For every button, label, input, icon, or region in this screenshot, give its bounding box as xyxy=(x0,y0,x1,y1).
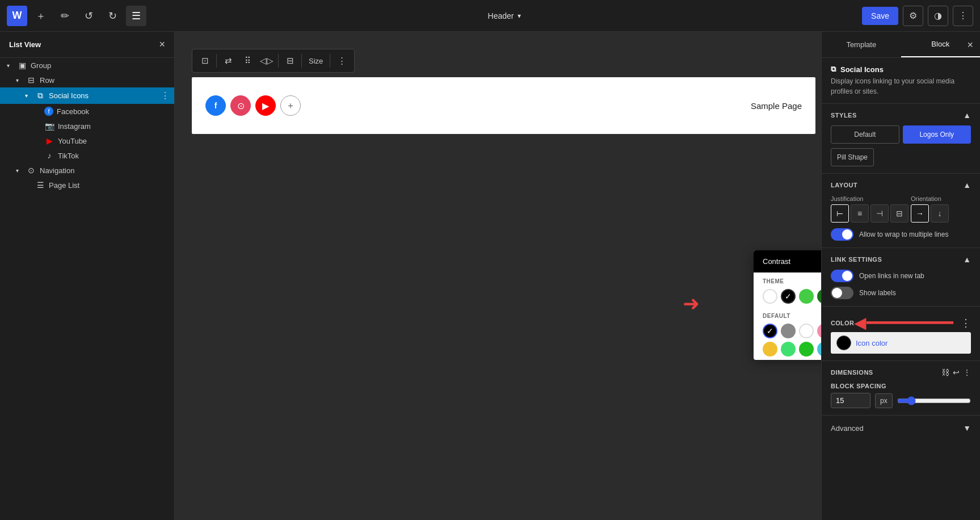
header-title-area[interactable]: Header ▾ xyxy=(488,11,521,20)
sidebar-item-instagram[interactable]: 📷 Instagram xyxy=(0,119,174,133)
align-icon: ⊟ xyxy=(287,56,294,66)
add-button[interactable]: ＋ xyxy=(31,6,51,26)
edit-button[interactable]: ✏ xyxy=(54,6,75,26)
cp-swatch-def-black[interactable]: ✓ xyxy=(763,324,777,338)
navigation-block-icon: ⊙ xyxy=(26,166,36,175)
style-logos-only-button[interactable]: Logos Only xyxy=(903,125,971,144)
sidebar-item-navigation[interactable]: ▾ ⊙ Navigation xyxy=(0,163,174,178)
sidebar-item-page-list[interactable]: ☰ Page List xyxy=(0,178,174,192)
transform-icon: ⊡ xyxy=(201,56,209,66)
icon-color-row[interactable]: Icon color xyxy=(831,332,971,354)
tab-template[interactable]: Template xyxy=(822,32,901,57)
align-button[interactable]: ⊟ xyxy=(281,52,299,70)
cp-swatch-def-pink[interactable] xyxy=(817,324,821,338)
settings-button[interactable]: ⚙ xyxy=(903,6,923,26)
cp-swatch-white[interactable] xyxy=(763,289,777,304)
orientation-label: Orientation xyxy=(911,195,971,202)
instagram-label: Instagram xyxy=(58,122,91,131)
list-view-title: List View xyxy=(9,40,41,49)
justification-label: Justification xyxy=(831,195,909,202)
open-new-tab-toggle[interactable] xyxy=(831,270,853,282)
dimensions-section-header: Dimensions ⛓ ↩ ⋮ xyxy=(831,368,971,377)
styles-grid: Default Logos Only xyxy=(831,125,971,144)
add-social-icon[interactable]: ＋ xyxy=(280,95,301,116)
cp-swatch-def-gray[interactable] xyxy=(781,324,796,338)
justify-right-button[interactable]: ⊣ xyxy=(870,204,889,223)
undo-button[interactable]: ↺ xyxy=(78,6,99,26)
navigate-button[interactable]: ◁▷ xyxy=(258,52,276,70)
color-row: Color ◀━━━━━━━━━ ⋮ xyxy=(831,313,971,332)
cp-swatch-def-cyan[interactable] xyxy=(817,342,821,357)
layout-section-toggle[interactable]: ▲ xyxy=(963,181,971,190)
styles-section: Styles ▲ Default Logos Only Pill Shape xyxy=(822,104,980,174)
toolbar-more-button[interactable]: ⋮ xyxy=(333,52,351,70)
link-settings-title: Link settings xyxy=(831,256,882,263)
cp-theme-swatches: ✓ xyxy=(763,289,821,304)
instagram-social-icon[interactable]: ⊙ xyxy=(230,95,251,116)
color-more-button[interactable]: ⋮ xyxy=(961,317,971,329)
cp-default-swatches: ✓ xyxy=(763,324,821,357)
link-settings-section: Link settings ▲ Open links in new tab Sh… xyxy=(822,248,980,307)
dimensions-toggle[interactable]: ⋮ xyxy=(963,368,971,377)
wp-logo[interactable]: W xyxy=(7,6,27,26)
redo-button[interactable]: ↻ xyxy=(102,6,123,26)
justify-left-button[interactable]: ⊢ xyxy=(831,204,849,223)
edit-icon: ✏ xyxy=(61,10,69,22)
contrast-button[interactable]: ◑ xyxy=(928,6,948,26)
social-icons-options-button[interactable]: ⋮ xyxy=(161,90,170,101)
right-sidebar-close-button[interactable]: × xyxy=(967,39,973,51)
styles-section-toggle[interactable]: ▲ xyxy=(963,111,971,120)
cp-swatch-def-green[interactable] xyxy=(799,342,814,357)
cp-swatch-dark-green[interactable] xyxy=(817,289,821,304)
top-bar-right: Save ⚙ ◑ ⋮ xyxy=(862,6,973,26)
youtube-social-icon[interactable]: ▶ xyxy=(255,95,276,116)
facebook-social-icon[interactable]: f xyxy=(205,95,226,116)
cp-swatch-def-white[interactable] xyxy=(799,324,814,338)
show-labels-toggle[interactable] xyxy=(831,287,853,299)
list-view-button[interactable]: ☰ xyxy=(126,6,146,26)
style-pill-shape-button[interactable]: Pill Shape xyxy=(831,148,874,166)
sidebar-item-facebook[interactable]: f Facebook xyxy=(0,104,174,119)
orient-vertical-button[interactable]: ↓ xyxy=(931,204,949,223)
social-icons-label: Social Icons xyxy=(49,91,89,100)
cp-swatch-def-light-green[interactable] xyxy=(781,342,796,357)
block-spacing-input[interactable] xyxy=(831,393,870,408)
style-default-button[interactable]: Default xyxy=(831,125,899,144)
dimensions-reset-icon[interactable]: ↩ xyxy=(953,368,960,377)
justification-control: Justification ⊢ ≡ ⊣ ⊟ xyxy=(831,195,909,223)
group-chevron-icon: ▾ xyxy=(7,62,14,69)
toolbar-more-icon: ⋮ xyxy=(338,56,346,66)
cp-swatch-def-yellow[interactable] xyxy=(763,342,777,357)
sidebar-item-social-icons[interactable]: ▾ ⧉ Social Icons ⋮ xyxy=(0,87,174,104)
sidebar-item-group[interactable]: ▾ ▣ Group xyxy=(0,58,174,73)
sidebar-item-youtube[interactable]: ▶ YouTube xyxy=(0,133,174,148)
sidebar-item-tiktok[interactable]: ♪ TikTok xyxy=(0,148,174,163)
show-labels-label: Show labels xyxy=(859,289,896,297)
justify-center-button[interactable]: ≡ xyxy=(851,204,869,223)
styles-section-title: Styles xyxy=(831,112,857,119)
dimensions-link-icon[interactable]: ⛓ xyxy=(941,368,949,377)
block-spacing-slider[interactable] xyxy=(897,396,971,405)
orient-horizontal-button[interactable]: → xyxy=(911,204,929,223)
cp-swatch-green[interactable] xyxy=(799,289,814,304)
orientation-control: Orientation → ↓ xyxy=(911,195,971,223)
sidebar-close-button[interactable]: × xyxy=(159,39,165,51)
size-button[interactable]: Size xyxy=(304,52,327,70)
sidebar-item-row[interactable]: ▾ ⊟ Row xyxy=(0,73,174,87)
share-button[interactable]: ⇄ xyxy=(219,52,237,70)
justify-stretch-button[interactable]: ⊟ xyxy=(890,204,909,223)
toolbar-separator-3 xyxy=(301,54,302,68)
styles-section-header: Styles ▲ xyxy=(831,111,971,120)
link-settings-toggle[interactable]: ▲ xyxy=(963,255,971,264)
top-bar-left: W ＋ ✏ ↺ ↻ ☰ xyxy=(7,6,146,26)
drag-button[interactable]: ⠿ xyxy=(238,52,256,70)
block-spacing-unit: px xyxy=(875,393,893,408)
transform-button[interactable]: ⊡ xyxy=(196,52,214,70)
more-options-button[interactable]: ⋮ xyxy=(953,6,973,26)
color-section: Color ◀━━━━━━━━━ ⋮ Icon color xyxy=(822,307,980,361)
wrap-toggle[interactable] xyxy=(831,228,853,241)
instagram-icon: 📷 xyxy=(44,121,54,131)
cp-swatch-black-selected[interactable]: ✓ xyxy=(781,289,796,304)
advanced-toggle[interactable]: ▼ xyxy=(963,423,971,433)
save-button[interactable]: Save xyxy=(862,7,898,25)
